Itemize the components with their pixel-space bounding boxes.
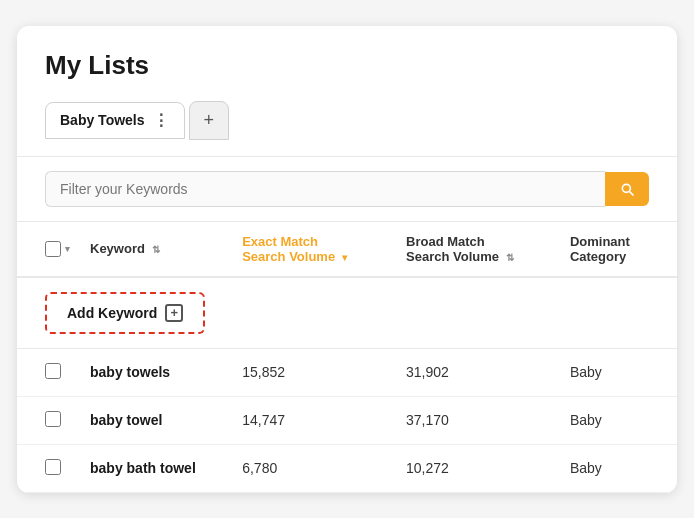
row-checkbox-cell [17,444,80,492]
th-broad-match: Broad MatchSearch Volume ⇅ [396,221,560,277]
row-checkbox-cell [17,348,80,396]
broad-match-cell: 37,170 [396,396,560,444]
add-keyword-cell: Add Keyword + [17,277,677,349]
category-cell: Baby [560,444,677,492]
row-checkbox[interactable] [45,411,61,427]
category-cell: Baby [560,348,677,396]
keywords-table: ▾ Keyword ⇅ Exact MatchSearch Volume ▾ B… [17,221,677,493]
category-cell: Baby [560,396,677,444]
th-keyword-label: Keyword [90,241,145,256]
exact-sort-icon[interactable]: ▾ [342,252,347,263]
keyword-cell: baby towel [80,396,232,444]
main-card: My Lists Baby Towels ⋮ + ▾ [17,26,677,493]
th-exact-match: Exact MatchSearch Volume ▾ [232,221,396,277]
keywords-table-wrapper: ▾ Keyword ⇅ Exact MatchSearch Volume ▾ B… [17,221,677,493]
exact-match-cell: 14,747 [232,396,396,444]
search-input[interactable] [45,171,605,207]
page-title: My Lists [17,50,677,101]
th-keyword: Keyword ⇅ [80,221,232,277]
broad-match-cell: 31,902 [396,348,560,396]
th-checkbox: ▾ [17,221,80,277]
th-dominant-label: DominantCategory [570,234,630,264]
keyword-sort-icon[interactable]: ⇅ [152,244,160,255]
select-all-checkbox[interactable] [45,241,61,257]
table-header-row: ▾ Keyword ⇅ Exact MatchSearch Volume ▾ B… [17,221,677,277]
tab-label: Baby Towels [60,112,145,128]
table-row: baby towels 15,852 31,902 Baby [17,348,677,396]
broad-match-cell: 10,272 [396,444,560,492]
add-keyword-button[interactable]: Add Keyword + [45,292,205,334]
tab-add-icon: + [204,110,215,130]
row-checkbox-cell [17,396,80,444]
th-exact-label: Exact MatchSearch Volume [242,234,335,264]
exact-match-cell: 15,852 [232,348,396,396]
row-checkbox[interactable] [45,363,61,379]
tabs-row: Baby Towels ⋮ + [17,101,677,156]
checkbox-caret-icon[interactable]: ▾ [65,244,70,254]
add-keyword-label: Add Keyword [67,305,157,321]
tab-options-icon[interactable]: ⋮ [153,111,170,130]
add-keyword-plus-icon: + [165,304,183,322]
search-row [17,156,677,221]
tab-add-button[interactable]: + [189,101,230,140]
th-dominant-category: DominantCategory [560,221,677,277]
tab-baby-towels[interactable]: Baby Towels ⋮ [45,102,185,139]
th-broad-label: Broad MatchSearch Volume [406,234,499,264]
keyword-cell: baby towels [80,348,232,396]
search-button[interactable] [605,172,649,206]
exact-match-cell: 6,780 [232,444,396,492]
search-icon [619,181,635,197]
add-keyword-row: Add Keyword + [17,277,677,349]
table-row: baby bath towel 6,780 10,272 Baby [17,444,677,492]
broad-sort-icon[interactable]: ⇅ [506,252,514,263]
keyword-cell: baby bath towel [80,444,232,492]
row-checkbox[interactable] [45,459,61,475]
table-row: baby towel 14,747 37,170 Baby [17,396,677,444]
